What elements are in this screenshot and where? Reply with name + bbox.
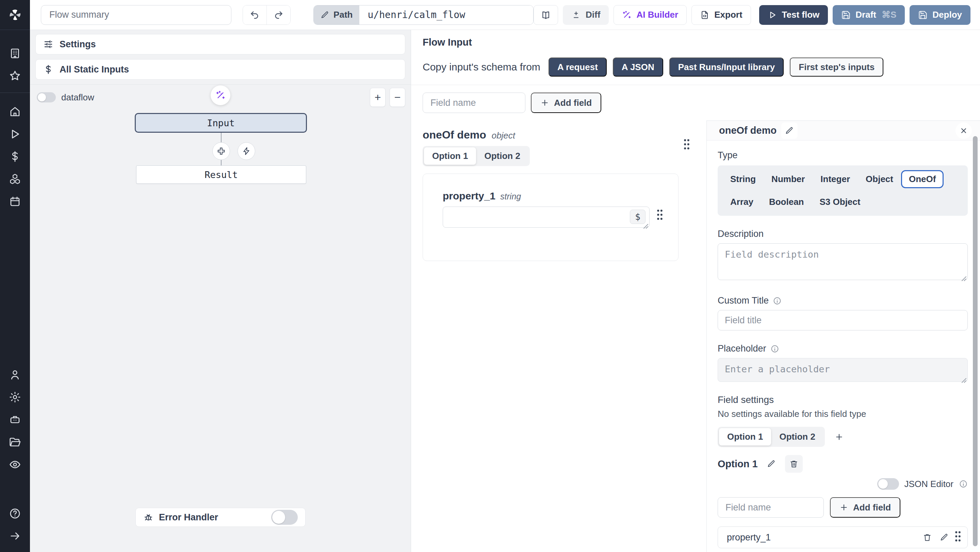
resize-handle-icon[interactable]: [961, 377, 967, 383]
sidebar-item-runs[interactable]: [0, 123, 30, 145]
schema-field-type: object: [492, 130, 515, 141]
plus-icon: [840, 503, 848, 512]
error-handler-card[interactable]: Error Handler: [135, 508, 305, 527]
delete-property-button[interactable]: [920, 531, 934, 544]
resize-handle-icon[interactable]: [643, 223, 649, 229]
type-option-string[interactable]: String: [722, 170, 764, 188]
eye-icon: [9, 458, 21, 471]
sidebar-item-home[interactable]: [0, 100, 30, 123]
resize-handle-icon[interactable]: [961, 276, 967, 282]
ai-builder-button[interactable]: AI Builder: [614, 5, 687, 25]
add-field-button[interactable]: Add field: [531, 92, 601, 113]
save-icon: [918, 10, 928, 20]
undo-button[interactable]: [243, 5, 267, 24]
deploy-button[interactable]: Deploy: [910, 5, 970, 25]
plus-cross-icon: [217, 147, 226, 156]
add-step-button[interactable]: [212, 142, 230, 160]
copy-schema-request-button[interactable]: A request: [549, 57, 607, 76]
flow-summary-input[interactable]: [41, 5, 231, 25]
sidebar-item-settings[interactable]: [0, 386, 30, 408]
save-icon: [841, 10, 851, 20]
description-label: Description: [718, 229, 968, 239]
type-option-boolean[interactable]: Boolean: [761, 193, 812, 211]
redo-button[interactable]: [266, 5, 290, 24]
sidebar-item-expand[interactable]: [0, 525, 30, 547]
zoom-in-button[interactable]: +: [370, 88, 385, 107]
drag-handle-icon[interactable]: [683, 139, 690, 152]
info-icon[interactable]: [959, 479, 968, 488]
edit-option-button[interactable]: [765, 457, 778, 471]
home-icon: [9, 105, 21, 118]
property-value-input[interactable]: [443, 207, 649, 227]
all-static-inputs-button[interactable]: All Static Inputs: [35, 59, 405, 80]
tab-option-1[interactable]: Option 1: [424, 147, 476, 165]
zoom-out-button[interactable]: −: [390, 88, 405, 107]
pencil-icon: [940, 533, 949, 542]
placeholder-input[interactable]: [718, 358, 968, 382]
json-editor-toggle[interactable]: [877, 478, 899, 490]
option-tabs: Option 1 Option 2: [718, 427, 825, 447]
flow-settings-button[interactable]: Settings: [35, 34, 405, 54]
flow-graph-canvas[interactable]: Input Result Error Handler: [30, 110, 411, 528]
sidebar-item-audit-logs[interactable]: [0, 453, 30, 476]
option-add-field-button[interactable]: Add field: [830, 497, 900, 518]
export-button[interactable]: Export: [692, 5, 751, 25]
sidebar-item-folders[interactable]: [0, 431, 30, 453]
sidebar-item-resources[interactable]: [0, 168, 30, 190]
path-label-chip[interactable]: Path: [314, 5, 360, 24]
option-field-name-input[interactable]: [718, 497, 824, 518]
panel-scrollbar[interactable]: [973, 136, 978, 546]
insert-variable-button[interactable]: $: [630, 210, 646, 224]
ai-flow-button[interactable]: [211, 86, 231, 105]
panel-tab-option-2[interactable]: Option 2: [771, 428, 823, 445]
add-trigger-button[interactable]: [237, 142, 255, 160]
gear-icon: [9, 391, 21, 403]
tab-option-2[interactable]: Option 2: [476, 147, 528, 165]
delete-option-button[interactable]: [785, 455, 803, 473]
add-option-button[interactable]: [832, 430, 846, 444]
type-option-integer[interactable]: Integer: [813, 170, 858, 188]
dataflow-toggle[interactable]: [37, 92, 56, 102]
type-option-oneof[interactable]: OneOf: [901, 170, 943, 188]
graph-node-result[interactable]: Result: [136, 165, 306, 184]
field-name-input[interactable]: [423, 92, 525, 113]
type-option-s3object[interactable]: S3 Object: [812, 193, 869, 211]
property-row[interactable]: property_1: [718, 527, 968, 548]
graph-node-input[interactable]: Input: [135, 113, 307, 133]
property-name: property_1: [443, 190, 495, 202]
error-handler-toggle[interactable]: [271, 510, 298, 525]
info-icon[interactable]: [770, 344, 779, 353]
copy-schema-past-runs-button[interactable]: Past Runs/Input library: [669, 57, 784, 76]
sidebar-item-workspace[interactable]: [0, 42, 30, 65]
drag-handle-icon[interactable]: [955, 531, 961, 544]
sidebar-item-help[interactable]: [0, 502, 30, 525]
copy-schema-first-step-button[interactable]: First step's inputs: [790, 57, 883, 76]
custom-title-input[interactable]: [718, 310, 968, 331]
test-flow-button[interactable]: Test flow: [759, 5, 828, 25]
type-option-object[interactable]: Object: [858, 170, 901, 188]
info-icon[interactable]: [773, 296, 782, 305]
flow-path-input[interactable]: [360, 5, 533, 24]
close-panel-button[interactable]: [956, 122, 972, 139]
sidebar-item-favorites[interactable]: [0, 65, 30, 87]
description-input[interactable]: [718, 243, 968, 280]
export-label: Export: [714, 10, 742, 20]
docs-button[interactable]: [533, 5, 558, 25]
diff-button[interactable]: Diff: [563, 5, 609, 25]
drag-handle-icon[interactable]: [656, 209, 663, 223]
type-option-number[interactable]: Number: [764, 170, 813, 188]
sidebar-item-schedules[interactable]: [0, 190, 30, 213]
option-heading: Option 1: [718, 458, 758, 470]
sidebar-item-variables[interactable]: [0, 145, 30, 168]
flow-input-main: Flow Input Copy input's schema from A re…: [411, 30, 980, 552]
windmill-logo[interactable]: [0, 0, 30, 30]
edit-property-button[interactable]: [937, 531, 951, 544]
sidebar-item-account[interactable]: [0, 363, 30, 386]
panel-tab-option-1[interactable]: Option 1: [719, 428, 771, 445]
type-option-array[interactable]: Array: [722, 193, 761, 211]
draft-button[interactable]: Draft ⌘S: [833, 5, 905, 25]
all-static-inputs-label: All Static Inputs: [60, 64, 129, 75]
copy-schema-json-button[interactable]: A JSON: [613, 57, 663, 76]
sidebar-item-workers[interactable]: [0, 408, 30, 431]
rename-field-button[interactable]: [781, 122, 798, 139]
